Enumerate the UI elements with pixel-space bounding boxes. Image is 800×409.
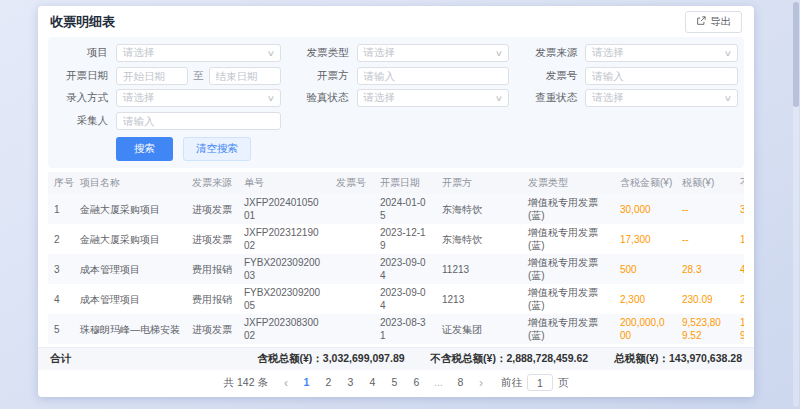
invoice-date-end-input[interactable] [209,67,281,85]
page-list: 123456...8 [298,374,469,391]
page-title: 收票明细表 [50,13,115,31]
table-cell: 进项发票 [186,194,238,224]
search-button[interactable]: 搜索 [116,137,173,161]
page-button[interactable]: 1 [298,374,315,391]
table-cell: 2 [48,224,74,254]
invoice-date-start-input[interactable] [116,67,188,85]
table-cell [330,314,374,344]
table-cell: 1213 [436,284,522,314]
prev-page-button[interactable]: ‹ [279,376,293,390]
chevron-down-icon: ∨ [724,49,732,58]
page-button[interactable]: 6 [408,374,425,391]
filter-field-project: 项目 请选择 ∨ [50,44,281,62]
table-cell: 190,476,190.48 [734,314,744,344]
column-header: 项目名称 [74,172,186,194]
column-header: 发票号 [330,172,374,194]
page-jump-input[interactable] [527,374,553,391]
table-cell: JXFP20240105001 [238,194,330,224]
collector-input[interactable] [116,112,281,130]
table-cell: 28.3 [676,254,734,284]
table-cell: 费用报销 [186,284,238,314]
verify-status-select[interactable]: 请选择 ∨ [357,89,510,107]
table-cell: 30,000 [734,194,744,224]
page-button[interactable]: 2 [320,374,337,391]
card-header: 收票明细表 导出 [38,6,754,37]
table-cell: 费用报销 [186,254,238,284]
table-cell: 进项发票 [186,314,238,344]
date-range-separator: 至 [193,69,204,83]
table-row: 4成本管理项目费用报销FYBX202309200052023-09-041213… [48,284,744,314]
column-header: 序号 [48,172,74,194]
filter-field-invoice-date: 开票日期 至 [50,66,281,85]
chevron-down-icon: ∨ [724,94,732,103]
table-row: 5珠穆朗玛峰—电梯安装进项发票JXFP202308300022023-08-31… [48,314,744,344]
table-cell [330,224,374,254]
field-label: 采集人 [50,114,108,128]
table-cell: 2,069.91 [734,284,744,314]
table-cell: 17,300 [734,224,744,254]
table-cell: 2024-01-05 [374,194,436,224]
table-cell: 成本管理项目 [74,254,186,284]
page-button[interactable]: 8 [452,374,469,391]
next-page-button[interactable]: › [474,376,488,390]
invoice-source-select[interactable]: 请选择 ∨ [585,44,738,62]
table-cell: 2023-09-04 [374,284,436,314]
field-label: 验真状态 [291,91,349,105]
issuer-input[interactable] [357,67,510,85]
chevron-down-icon: ∨ [495,49,503,58]
table-cell: 增值税专用发票(蓝) [522,284,614,314]
table-header-row: 序号项目名称发票来源单号发票号开票日期开票方发票类型含税金额(¥)税额(¥)不含… [48,172,744,194]
field-label: 发票类型 [291,46,349,60]
table-cell: 2023-12-19 [374,224,436,254]
entry-method-select[interactable]: 请选择 ∨ [116,89,281,107]
column-header: 单号 [238,172,330,194]
filter-field-collector: 采集人 [50,111,281,130]
table-cell: 金融大厦采购项目 [74,224,186,254]
total-tax: 总税额(¥)：143,970,638.28 [614,352,742,366]
scrollbar-thumb[interactable] [793,2,799,107]
duplicate-status-select[interactable]: 请选择 ∨ [585,89,738,107]
table-cell: -- [676,224,734,254]
page-button[interactable]: 5 [386,374,403,391]
column-header: 开票日期 [374,172,436,194]
invoice-number-input[interactable] [585,67,738,85]
table-cell: 增值税专用发票(蓝) [522,224,614,254]
table-cell: 1 [48,194,74,224]
field-label: 发票来源 [519,46,577,60]
filter-field-invoice-number: 发票号 [519,66,738,85]
chevron-down-icon: ∨ [266,94,274,103]
table-cell: 5 [48,314,74,344]
invoice-type-select[interactable]: 请选择 ∨ [357,44,510,62]
filter-field-invoice-source: 发票来源 请选择 ∨ [519,44,738,62]
project-select[interactable]: 请选择 ∨ [116,44,281,62]
table-cell: 增值税专用发票(蓝) [522,194,614,224]
page-button[interactable]: 4 [364,374,381,391]
field-label: 录入方式 [50,91,108,105]
export-button[interactable]: 导出 [685,11,742,33]
table-row: 1金融大厦采购项目进项发票JXFP202401050012024-01-05东海… [48,194,744,224]
table-cell: 增值税专用发票(蓝) [522,254,614,284]
table-cell: 进项发票 [186,224,238,254]
filter-field-invoice-type: 发票类型 请选择 ∨ [291,44,510,62]
page-ellipsis: ... [430,374,447,391]
column-header: 含税金额(¥) [614,172,676,194]
chevron-down-icon: ∨ [266,49,274,58]
table-cell: 2023-08-31 [374,314,436,344]
table-cell: 4 [48,284,74,314]
table-cell: 2,300 [614,284,676,314]
table-cell: -- [676,194,734,224]
field-label: 查重状态 [519,91,577,105]
total-without-tax: 不含税总额(¥)：2,888,728,459.62 [431,352,589,366]
table-cell: 成本管理项目 [74,284,186,314]
clear-search-button[interactable]: 清空搜索 [183,137,251,161]
field-label: 项目 [50,46,108,60]
table-cell [330,284,374,314]
table-cell: 11213 [436,254,522,284]
page-button[interactable]: 3 [342,374,359,391]
field-label: 开票日期 [50,69,108,83]
table-cell: 3 [48,254,74,284]
table-cell: 17,300 [614,224,676,254]
vertical-scrollbar[interactable] [793,2,799,407]
table-row: 3成本管理项目费用报销FYBX202309200032023-09-041121… [48,254,744,284]
table-cell: JXFP20231219002 [238,224,330,254]
